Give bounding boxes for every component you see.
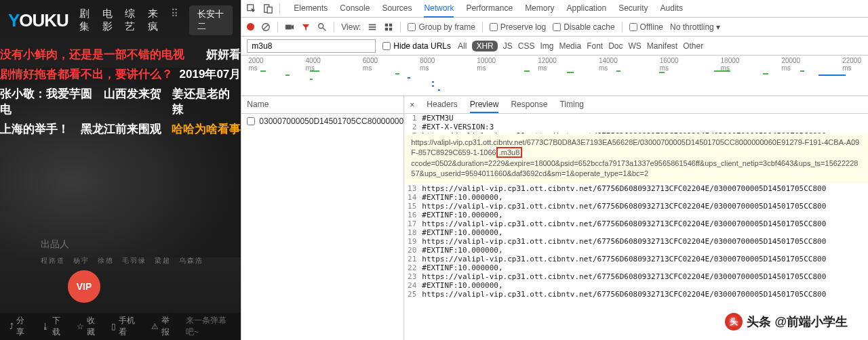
tab-audits[interactable]: Audits (660, 0, 683, 18)
url-tooltip: https://valipl-vip.cp31.ott.cibntv.net/6… (404, 133, 868, 184)
filter-css[interactable]: CSS (518, 41, 535, 51)
share-icon: ⤴ (9, 322, 14, 331)
tab-security[interactable]: Security (618, 0, 648, 18)
tab-performance[interactable]: Performance (466, 0, 513, 18)
tab-console[interactable]: Console (340, 0, 370, 18)
search-icon[interactable] (317, 22, 327, 32)
mobile-button[interactable]: ▯手机看 (111, 315, 138, 338)
name-column-header[interactable]: Name (241, 96, 403, 114)
video-credits: 出品人 程路道 杨宇 徐德 毛羽缘 梁超 乌森浩 (41, 238, 203, 265)
warning-icon: ⚠ (151, 322, 159, 331)
record-icon[interactable] (247, 23, 254, 30)
filter-other[interactable]: Other (683, 41, 703, 51)
camera-icon[interactable] (285, 22, 294, 32)
report-button[interactable]: ⚠举报 (151, 315, 174, 338)
group-by-frame-check[interactable]: Group by frame (408, 22, 475, 32)
disable-cache-check[interactable]: Disable cache (553, 22, 614, 32)
filter-xhr[interactable]: XHR (472, 41, 497, 51)
filter-all[interactable]: All (458, 41, 467, 51)
devtools-tabs: ElementsConsoleSourcesNetworkPerformance… (294, 0, 683, 18)
phone-icon: ▯ (111, 322, 116, 331)
separator (400, 22, 401, 33)
svg-line-4 (264, 24, 269, 29)
nav-more-icon[interactable]: ⠿ (171, 7, 178, 33)
filter-types: AllXHRJSCSSImgMediaFontDocWSManifestOthe… (458, 41, 703, 51)
chrome-devtools: ElementsConsoleSourcesNetworkPerformance… (241, 0, 868, 340)
request-row[interactable]: 030007000050D14501705CC8000000060E... (241, 114, 403, 129)
watermark: 头 头条 @前端小学生 (725, 313, 848, 331)
network-timeline[interactable]: 2000 ms4000 ms6000 ms8000 ms10000 ms1200… (241, 56, 868, 96)
preserve-log-check[interactable]: Preserve log (490, 22, 546, 32)
preview-line: 18#EXTINF:10.000000, (404, 228, 868, 237)
svg-line-7 (323, 27, 326, 30)
youku-video-panel: YOUKU 剧集 电影 综艺 来疯 ⠿ 长安十二 没有小鲜肉，还是是一部不错的电… (0, 0, 241, 340)
preview-tab-response[interactable]: Response (511, 97, 547, 113)
preview-tab-preview[interactable]: Preview (470, 97, 499, 113)
filter-img[interactable]: Img (540, 41, 553, 51)
request-list: Name 030007000050D14501705CC8000000060E.… (241, 96, 404, 340)
danmu-line: 张小敬：我爱芋圆 山西发来贺电姜还是老的辣 (0, 84, 241, 119)
nav-variety[interactable]: 综艺 (125, 7, 138, 33)
offline-check[interactable]: Offline (629, 22, 663, 32)
download-icon: ⭳ (41, 322, 50, 331)
hide-data-urls-check[interactable]: Hide data URLs (382, 41, 451, 51)
tab-elements[interactable]: Elements (294, 0, 328, 18)
tab-application[interactable]: Application (566, 0, 606, 18)
danmu-input[interactable]: 来一条弹幕吧~ (186, 315, 231, 338)
filter-font[interactable]: Font (587, 41, 603, 51)
youku-header: YOUKU 剧集 电影 综艺 来疯 ⠿ 长安十二 (0, 0, 241, 41)
view-label: View: (341, 22, 361, 32)
preview-tab-timing[interactable]: Timing (559, 97, 584, 113)
preview-tabs: × HeadersPreviewResponseTiming (404, 96, 868, 114)
devtools-topbar: ElementsConsoleSourcesNetworkPerformance… (241, 0, 868, 18)
star-icon: ☆ (77, 322, 84, 331)
throttling-select[interactable]: No throttling ▾ (670, 22, 720, 32)
nav-drama[interactable]: 剧集 (79, 7, 93, 33)
network-filter-bar: Hide data URLs AllXHRJSCSSImgMediaFontDo… (241, 37, 868, 56)
preview-line: 14#EXTINF:10.000000, (404, 193, 868, 202)
video-bottom-bar: ⤴分享 ⭳下载 ☆收藏 ▯手机看 ⚠举报 来一条弹幕吧~ (0, 313, 241, 340)
preview-line: 1#EXTM3U (404, 114, 868, 123)
preview-line: 17https://valipl-vip.cp31.ott.cibntv.net… (404, 219, 868, 228)
svg-rect-5 (285, 24, 292, 29)
close-icon[interactable]: × (410, 100, 414, 110)
youku-logo[interactable]: YOUKU (8, 10, 68, 31)
download-button[interactable]: ⭳下载 (41, 315, 64, 338)
preview-panel: × HeadersPreviewResponseTiming 1#EXTM3U2… (404, 96, 868, 340)
preview-line: 15https://valipl-vip.cp31.ott.cibntv.net… (404, 202, 868, 211)
nav-live[interactable]: 来疯 (148, 7, 161, 33)
tab-sources[interactable]: Sources (382, 0, 412, 18)
filter-manifest[interactable]: Manifest (647, 41, 677, 51)
clear-icon[interactable] (261, 22, 271, 32)
grid-view-icon[interactable] (384, 22, 393, 32)
svg-rect-2 (267, 7, 272, 13)
list-view-icon[interactable] (368, 22, 377, 32)
inspect-icon[interactable] (247, 4, 256, 14)
filter-js[interactable]: JS (503, 41, 513, 51)
device-icon[interactable] (263, 4, 273, 14)
preview-body: 1#EXTM3U2#EXT-X-VERSION:37https://valipl… (404, 114, 868, 340)
request-checkbox[interactable] (247, 117, 255, 125)
nav-items: 剧集 电影 综艺 来疯 ⠿ (79, 7, 178, 33)
filter-ws[interactable]: WS (628, 41, 641, 51)
preview-tab-headers[interactable]: Headers (427, 97, 457, 113)
share-button[interactable]: ⤴分享 (9, 315, 29, 338)
tab-network[interactable]: Network (424, 0, 454, 18)
separator (279, 3, 280, 14)
separator (622, 22, 623, 33)
svg-rect-11 (385, 23, 388, 26)
nav-featured-button[interactable]: 长安十二 (189, 5, 233, 35)
filter-media[interactable]: Media (559, 41, 581, 51)
tab-memory[interactable]: Memory (525, 0, 554, 18)
filter-input[interactable] (247, 39, 376, 53)
preview-line: 19https://valipl-vip.cp31.ott.cibntv.net… (404, 237, 868, 246)
vip-badge[interactable]: VIP (68, 270, 100, 303)
toutiao-icon: 头 (725, 313, 743, 331)
favorite-button[interactable]: ☆收藏 (77, 315, 99, 338)
preview-line: 25https://valipl-vip.cp31.ott.cibntv.net… (404, 290, 868, 299)
filter-doc[interactable]: Doc (608, 41, 623, 51)
nav-movie[interactable]: 电影 (102, 7, 116, 33)
filter-icon[interactable] (301, 22, 311, 32)
separator (334, 22, 334, 33)
timeline-data (248, 68, 861, 93)
